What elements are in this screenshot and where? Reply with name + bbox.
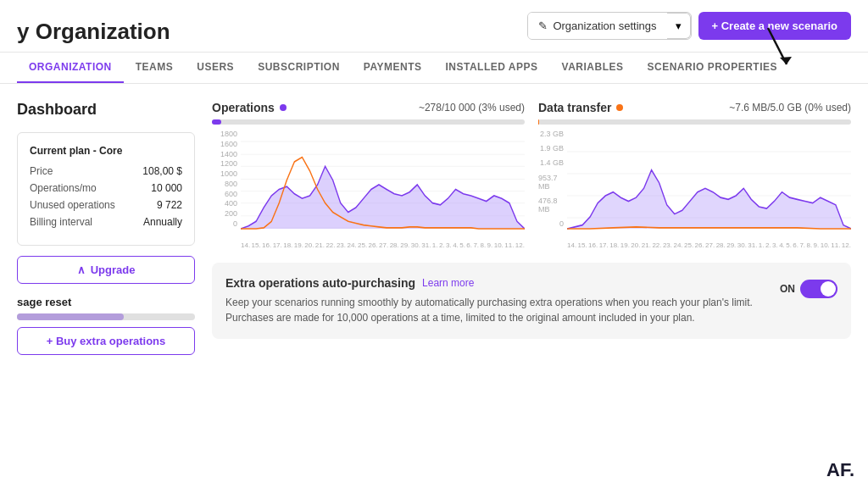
create-scenario-label: + Create a new scenario [712,19,838,32]
tab-teams[interactable]: TEAMS [124,53,186,83]
usage-bar [17,313,195,320]
upgrade-button[interactable]: ∧ Upgrade [17,256,195,284]
buy-label: + Buy extra operations [47,335,166,347]
toggle-label: ON [780,283,795,295]
toggle-knob [821,281,836,297]
data-transfer-x-axis: 14.15.16.17.18.19.20.21.22.23.24.25.26.2… [567,240,851,249]
tab-organization[interactable]: ORGANIZATION [17,53,124,83]
tab-installed-apps[interactable]: INSTALLED APPS [434,53,550,83]
extra-ops-title: Extra operations auto-purchasing Learn m… [225,276,770,290]
data-transfer-progress-bar [538,119,851,125]
operations-progress-fill [212,119,221,125]
plan-row-price: Price 108,00 $ [30,165,182,177]
plan-row-billing: Billing interval Annually [30,216,182,228]
create-scenario-button[interactable]: + Create a new scenario [698,12,852,40]
charts-row: Operations ~278/10 000 (3% used) 1800160… [212,101,851,249]
extra-ops-text: Keep your scenarios running smoothly by … [225,295,770,325]
operations-y-axis: 180016001400120010008006004002000 [212,130,237,240]
toggle-container: ON [780,280,837,298]
buy-extra-operations-button[interactable]: + Buy extra operations [17,327,195,355]
operations-dot [280,104,287,111]
plan-row-ops: Operations/mo 10 000 [30,182,182,194]
usage-bar-fill [17,313,124,320]
sidebar: Dashboard Current plan - Core Price 108,… [17,101,195,470]
tab-scenario-properties[interactable]: SCENARIO PROPERTIES [635,53,789,83]
data-transfer-chart: Data transfer ~7.6 MB/5.0 GB (0% used) 2… [538,101,851,249]
upgrade-label: Upgrade [91,263,136,276]
operations-stat: ~278/10 000 (3% used) [419,102,525,114]
usage-reset-section: sage reset [17,296,195,320]
org-settings-button[interactable]: ✎ Organization settings [528,13,666,39]
data-transfer-dot [616,104,623,111]
toggle-switch[interactable] [800,280,837,298]
tab-payments[interactable]: PAYMENTS [352,53,434,83]
org-settings-dropdown-button[interactable]: ▾ [667,13,691,39]
extra-ops-content: Extra operations auto-purchasing Learn m… [225,276,770,325]
data-transfer-stat: ~7.6 MB/5.0 GB (0% used) [729,102,851,114]
plan-label: Current plan - Core [30,145,182,157]
learn-more-link[interactable]: Learn more [422,277,474,289]
x-axis-labels: 14.15.16.17.18.19.20.21.22.23.24.25.26.2… [241,240,525,249]
edit-icon: ✎ [538,19,548,32]
tab-subscription[interactable]: SUBSCRIPTION [246,53,352,83]
nav-tabs: ORGANIZATION TEAMS USERS SUBSCRIPTION PA… [0,53,868,84]
tab-users[interactable]: USERS [185,53,246,83]
extra-ops-card: Extra operations auto-purchasing Learn m… [212,263,851,339]
data-transfer-y-axis: 2.3 GB1.9 GB1.4 GB953.7 MB476.8 MB0 [538,130,564,240]
usage-reset-title: sage reset [17,296,195,308]
right-panel: Operations ~278/10 000 (3% used) 1800160… [212,101,851,470]
operations-chart-title: Operations [212,101,287,114]
dashboard-title: Dashboard [17,101,195,119]
tab-variables[interactable]: VARIABLES [550,53,636,83]
plan-card: Current plan - Core Price 108,00 $ Opera… [17,132,195,246]
plan-row-unused: Unused operations 9 722 [30,199,182,211]
operations-progress-bar [212,119,525,125]
page-title: y Organization [17,19,170,45]
operations-chart-area [241,130,525,240]
data-transfer-chart-area [567,130,851,240]
chevron-up-icon: ∧ [77,263,86,276]
data-transfer-chart-title: Data transfer [538,101,623,114]
chevron-down-icon: ▾ [676,19,682,32]
org-settings-label: Organization settings [553,19,656,32]
operations-chart: Operations ~278/10 000 (3% used) 1800160… [212,101,525,249]
af-logo: AF. [826,459,854,481]
